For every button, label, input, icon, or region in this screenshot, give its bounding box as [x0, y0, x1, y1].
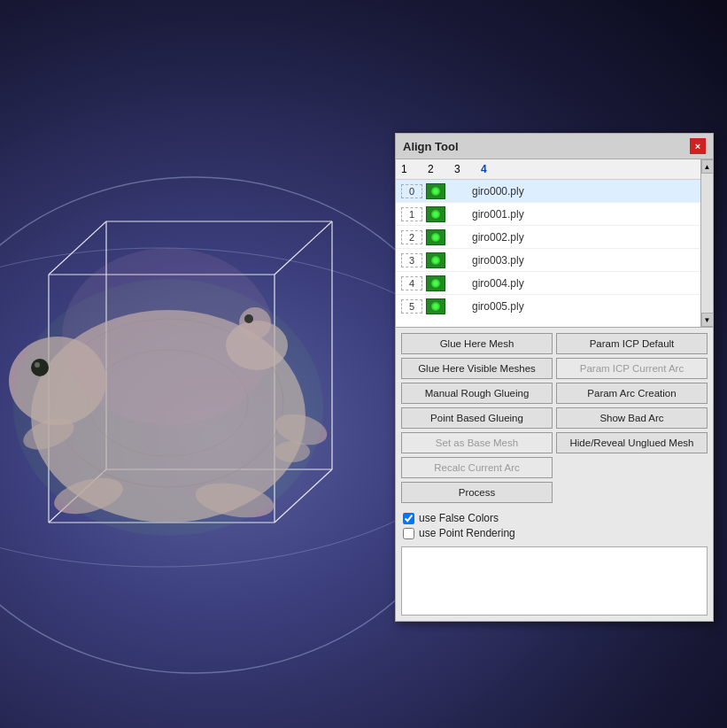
svg-line-10 — [49, 221, 106, 275]
table-row[interactable]: 0 giro000.ply — [396, 180, 713, 203]
row-number: 0 — [401, 184, 422, 198]
row-filename: giro005.ply — [472, 300, 708, 313]
table-body[interactable]: 0 giro000.ply 1 giro001.ply 2 giro002.pl… — [396, 180, 713, 317]
use-point-rendering-label: use Point Rendering — [419, 527, 515, 539]
point-based-button[interactable]: Point Based Glueing — [401, 407, 553, 429]
manual-rough-button[interactable]: Manual Rough Glueing — [401, 383, 553, 404]
use-point-rendering-checkbox[interactable] — [403, 528, 414, 539]
scroll-up-button[interactable]: ▲ — [701, 159, 714, 174]
process-button[interactable]: Process — [401, 482, 553, 503]
row-number: 1 — [401, 207, 422, 221]
table-row[interactable]: 5 giro005.ply — [396, 295, 713, 317]
align-tool-panel: Align Tool × 1 2 3 4 0 giro000.ply 1 gir… — [395, 133, 714, 622]
recalc-current-button[interactable]: Recalc Current Arc — [401, 457, 553, 478]
row-number: 3 — [401, 253, 422, 267]
table-row[interactable]: 2 giro002.ply — [396, 226, 713, 249]
checkbox-area: use False Colors use Point Rendering — [396, 508, 713, 543]
svg-line-11 — [275, 221, 332, 275]
row-visibility-icon[interactable] — [426, 183, 445, 199]
table-row[interactable]: 1 giro001.ply — [396, 203, 713, 226]
row-filename: giro004.ply — [472, 277, 708, 290]
param-icp-current-button[interactable]: Param ICP Current Arc — [556, 358, 708, 379]
scrollbar-track[interactable] — [701, 174, 713, 313]
glue-here-visible-button[interactable]: Glue Here Visible Meshes — [401, 358, 553, 379]
col1-header: 1 — [401, 163, 428, 175]
table-row[interactable]: 3 giro003.ply — [396, 249, 713, 272]
table-row[interactable]: 4 giro004.ply — [396, 272, 713, 295]
panel-titlebar: Align Tool × — [396, 134, 713, 159]
row-filename: giro001.ply — [472, 208, 708, 221]
row-visibility-icon[interactable] — [426, 298, 445, 314]
row-number: 4 — [401, 276, 422, 290]
buttons-area: Glue Here Mesh Param ICP Default Glue He… — [396, 328, 713, 508]
mesh-table: 1 2 3 4 0 giro000.ply 1 giro001.ply 2 gi… — [396, 159, 713, 328]
use-false-colors-checkbox[interactable] — [403, 513, 414, 524]
row-number: 5 — [401, 299, 422, 314]
hide-reveal-button[interactable]: Hide/Reveal Unglued Mesh — [556, 432, 708, 453]
show-bad-arc-button[interactable]: Show Bad Arc — [556, 407, 708, 429]
row-visibility-icon[interactable] — [426, 206, 445, 222]
row-filename: giro002.ply — [472, 231, 708, 244]
panel-title: Align Tool — [403, 140, 459, 153]
output-text-area — [401, 546, 708, 616]
param-icp-default-button[interactable]: Param ICP Default — [556, 333, 708, 354]
col3-header: 3 — [454, 163, 481, 175]
svg-point-29 — [62, 248, 275, 425]
col2-header: 2 — [428, 163, 454, 175]
use-false-colors-row: use False Colors — [403, 512, 706, 524]
row-filename: giro000.ply — [472, 185, 708, 197]
row-visibility-icon[interactable] — [426, 229, 445, 245]
param-arc-button[interactable]: Param Arc Creation — [556, 383, 708, 404]
row-visibility-icon[interactable] — [426, 275, 445, 291]
col4-header: 4 — [481, 163, 708, 175]
table-scrollbar[interactable]: ▲ ▼ — [700, 159, 713, 327]
set-base-mesh-button[interactable]: Set as Base Mesh — [401, 432, 553, 453]
use-false-colors-label: use False Colors — [419, 512, 499, 524]
glue-here-mesh-button[interactable]: Glue Here Mesh — [401, 333, 553, 354]
row-visibility-icon[interactable] — [426, 252, 445, 268]
table-header: 1 2 3 4 — [396, 159, 713, 180]
scroll-down-button[interactable]: ▼ — [701, 313, 714, 327]
row-number: 2 — [401, 230, 422, 244]
use-point-rendering-row: use Point Rendering — [403, 527, 706, 539]
close-button[interactable]: × — [690, 138, 706, 154]
row-filename: giro003.ply — [472, 254, 708, 267]
